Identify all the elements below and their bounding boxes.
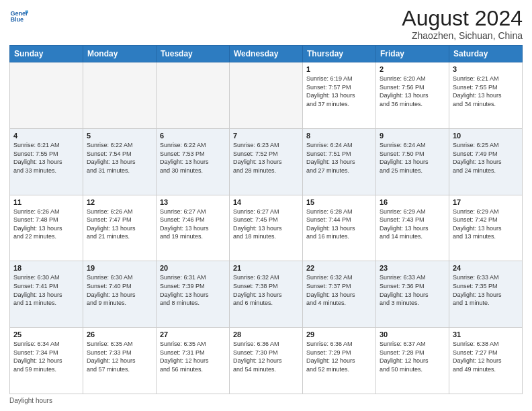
header: General Blue August 2024 Zhaozhen, Sichu… <box>9 7 523 41</box>
day-info: Sunrise: 6:27 AM Sunset: 7:45 PM Dayligh… <box>233 208 299 241</box>
daylight-label: Daylight hours <box>9 397 52 404</box>
day-number: 8 <box>306 132 372 140</box>
day-info: Sunrise: 6:23 AM Sunset: 7:52 PM Dayligh… <box>233 141 299 175</box>
title-block: August 2024 Zhaozhen, Sichuan, China <box>402 7 523 41</box>
calendar-cell <box>157 62 230 129</box>
day-info: Sunrise: 6:28 AM Sunset: 7:44 PM Dayligh… <box>306 208 372 241</box>
calendar-cell: 21Sunrise: 6:32 AM Sunset: 7:38 PM Dayli… <box>230 261 303 328</box>
day-number: 5 <box>87 132 152 140</box>
day-number: 4 <box>13 132 79 140</box>
day-info: Sunrise: 6:32 AM Sunset: 7:37 PM Dayligh… <box>306 273 372 307</box>
calendar-cell: 22Sunrise: 6:32 AM Sunset: 7:37 PM Dayli… <box>303 261 376 328</box>
calendar-cell: 19Sunrise: 6:30 AM Sunset: 7:40 PM Dayli… <box>83 261 157 328</box>
location: Zhaozhen, Sichuan, China <box>402 30 523 41</box>
calendar-cell: 10Sunrise: 6:25 AM Sunset: 7:49 PM Dayli… <box>449 128 523 195</box>
calendar-cell: 5Sunrise: 6:22 AM Sunset: 7:54 PM Daylig… <box>83 128 157 195</box>
calendar-cell: 1Sunrise: 6:19 AM Sunset: 7:57 PM Daylig… <box>303 62 376 129</box>
footer: Daylight hours <box>9 397 523 404</box>
calendar-cell: 28Sunrise: 6:36 AM Sunset: 7:30 PM Dayli… <box>230 328 303 394</box>
calendar-cell: 4Sunrise: 6:21 AM Sunset: 7:55 PM Daylig… <box>10 128 83 195</box>
calendar-cell <box>10 62 83 129</box>
month-year: August 2024 <box>402 7 523 30</box>
day-info: Sunrise: 6:33 AM Sunset: 7:36 PM Dayligh… <box>380 273 445 307</box>
day-info: Sunrise: 6:25 AM Sunset: 7:49 PM Dayligh… <box>453 141 519 175</box>
page: General Blue August 2024 Zhaozhen, Sichu… <box>0 0 532 411</box>
day-number: 2 <box>380 65 445 73</box>
day-info: Sunrise: 6:24 AM Sunset: 7:51 PM Dayligh… <box>306 141 372 175</box>
calendar-cell: 25Sunrise: 6:34 AM Sunset: 7:34 PM Dayli… <box>10 328 83 394</box>
calendar-cell: 16Sunrise: 6:29 AM Sunset: 7:43 PM Dayli… <box>376 195 449 261</box>
day-header: Tuesday <box>157 46 230 62</box>
day-number: 21 <box>233 264 299 272</box>
day-number: 18 <box>13 264 79 272</box>
logo: General Blue <box>9 7 28 26</box>
day-info: Sunrise: 6:20 AM Sunset: 7:56 PM Dayligh… <box>380 75 445 108</box>
day-info: Sunrise: 6:36 AM Sunset: 7:29 PM Dayligh… <box>306 340 372 373</box>
day-info: Sunrise: 6:26 AM Sunset: 7:48 PM Dayligh… <box>13 208 79 241</box>
day-number: 20 <box>160 264 226 272</box>
day-header: Wednesday <box>230 46 303 62</box>
calendar-cell: 7Sunrise: 6:23 AM Sunset: 7:52 PM Daylig… <box>230 128 303 195</box>
day-header: Friday <box>376 46 449 62</box>
calendar-cell: 29Sunrise: 6:36 AM Sunset: 7:29 PM Dayli… <box>303 328 376 394</box>
day-info: Sunrise: 6:27 AM Sunset: 7:46 PM Dayligh… <box>160 208 226 241</box>
day-number: 14 <box>233 198 299 206</box>
calendar-cell: 13Sunrise: 6:27 AM Sunset: 7:46 PM Dayli… <box>157 195 230 261</box>
day-info: Sunrise: 6:31 AM Sunset: 7:39 PM Dayligh… <box>160 273 226 307</box>
calendar-cell: 17Sunrise: 6:29 AM Sunset: 7:42 PM Dayli… <box>449 195 523 261</box>
day-number: 31 <box>453 330 519 338</box>
day-number: 16 <box>380 198 445 206</box>
day-info: Sunrise: 6:30 AM Sunset: 7:41 PM Dayligh… <box>13 273 79 307</box>
day-header: Monday <box>83 46 157 62</box>
day-number: 11 <box>13 198 79 206</box>
day-info: Sunrise: 6:37 AM Sunset: 7:28 PM Dayligh… <box>380 340 445 373</box>
day-number: 3 <box>453 65 519 73</box>
day-number: 6 <box>160 132 226 140</box>
day-number: 19 <box>87 264 152 272</box>
calendar-cell: 27Sunrise: 6:35 AM Sunset: 7:31 PM Dayli… <box>157 328 230 394</box>
day-info: Sunrise: 6:34 AM Sunset: 7:34 PM Dayligh… <box>13 340 79 373</box>
day-number: 30 <box>380 330 445 338</box>
day-header: Thursday <box>303 46 376 62</box>
day-number: 22 <box>306 264 372 272</box>
svg-text:Blue: Blue <box>10 16 24 23</box>
calendar-cell: 11Sunrise: 6:26 AM Sunset: 7:48 PM Dayli… <box>10 195 83 261</box>
day-info: Sunrise: 6:35 AM Sunset: 7:31 PM Dayligh… <box>160 340 226 373</box>
calendar-cell: 20Sunrise: 6:31 AM Sunset: 7:39 PM Dayli… <box>157 261 230 328</box>
day-info: Sunrise: 6:22 AM Sunset: 7:53 PM Dayligh… <box>160 141 226 175</box>
day-number: 13 <box>160 198 226 206</box>
day-number: 1 <box>306 65 372 73</box>
day-header: Saturday <box>449 46 523 62</box>
day-number: 26 <box>87 330 152 338</box>
day-number: 12 <box>87 198 152 206</box>
day-info: Sunrise: 6:32 AM Sunset: 7:38 PM Dayligh… <box>233 273 299 307</box>
day-info: Sunrise: 6:30 AM Sunset: 7:40 PM Dayligh… <box>87 273 152 307</box>
day-number: 17 <box>453 198 519 206</box>
day-number: 9 <box>380 132 445 140</box>
calendar-cell: 31Sunrise: 6:38 AM Sunset: 7:27 PM Dayli… <box>449 328 523 394</box>
day-info: Sunrise: 6:33 AM Sunset: 7:35 PM Dayligh… <box>453 273 519 307</box>
calendar: SundayMondayTuesdayWednesdayThursdayFrid… <box>9 45 523 394</box>
calendar-cell <box>83 62 157 129</box>
day-number: 28 <box>233 330 299 338</box>
day-info: Sunrise: 6:22 AM Sunset: 7:54 PM Dayligh… <box>87 141 152 175</box>
day-number: 7 <box>233 132 299 140</box>
day-number: 24 <box>453 264 519 272</box>
calendar-cell: 12Sunrise: 6:26 AM Sunset: 7:47 PM Dayli… <box>83 195 157 261</box>
day-info: Sunrise: 6:21 AM Sunset: 7:55 PM Dayligh… <box>13 141 79 175</box>
calendar-cell: 2Sunrise: 6:20 AM Sunset: 7:56 PM Daylig… <box>376 62 449 129</box>
calendar-cell: 15Sunrise: 6:28 AM Sunset: 7:44 PM Dayli… <box>303 195 376 261</box>
day-info: Sunrise: 6:29 AM Sunset: 7:43 PM Dayligh… <box>380 208 445 241</box>
calendar-cell: 26Sunrise: 6:35 AM Sunset: 7:33 PM Dayli… <box>83 328 157 394</box>
calendar-cell: 24Sunrise: 6:33 AM Sunset: 7:35 PM Dayli… <box>449 261 523 328</box>
calendar-cell: 6Sunrise: 6:22 AM Sunset: 7:53 PM Daylig… <box>157 128 230 195</box>
day-number: 25 <box>13 330 79 338</box>
day-info: Sunrise: 6:38 AM Sunset: 7:27 PM Dayligh… <box>453 340 519 373</box>
calendar-cell: 23Sunrise: 6:33 AM Sunset: 7:36 PM Dayli… <box>376 261 449 328</box>
calendar-cell: 8Sunrise: 6:24 AM Sunset: 7:51 PM Daylig… <box>303 128 376 195</box>
day-number: 15 <box>306 198 372 206</box>
day-info: Sunrise: 6:19 AM Sunset: 7:57 PM Dayligh… <box>306 75 372 108</box>
calendar-cell <box>230 62 303 129</box>
calendar-cell: 9Sunrise: 6:24 AM Sunset: 7:50 PM Daylig… <box>376 128 449 195</box>
logo-icon: General Blue <box>9 7 28 26</box>
